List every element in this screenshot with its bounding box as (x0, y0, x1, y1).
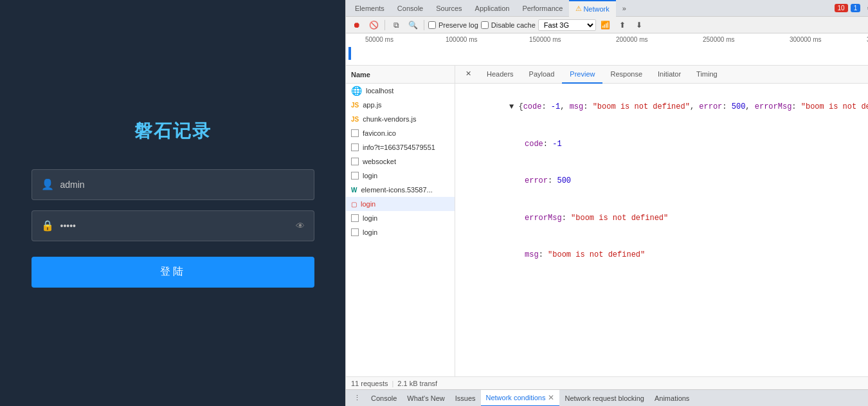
devtools-tab-bar: Elements Console Sources Application Per… (346, 0, 868, 17)
tab-elements[interactable]: Elements (348, 0, 391, 17)
tab-console-bottom[interactable]: Console (366, 390, 402, 407)
marker-200000: 200000 ms (616, 36, 647, 43)
login-title: 磐石记录 (134, 119, 212, 143)
json-line2: code: -1 (463, 126, 868, 163)
login-button[interactable]: 登陆 (32, 257, 314, 288)
filter-button[interactable]: ⧉ (389, 18, 403, 32)
tab-application[interactable]: Application (469, 0, 516, 17)
marker-50000: 50000 ms (365, 36, 393, 43)
tab-sources[interactable]: Sources (429, 0, 468, 17)
tab-preview[interactable]: Preview (562, 66, 602, 84)
woff-icon: W (351, 187, 357, 194)
warning-badge: 1 (851, 4, 861, 12)
json-line5: msg: "boom is not defined" (463, 237, 868, 274)
preview-content: ▼ {code: -1, msg: "boom is not defined",… (455, 84, 868, 376)
tab-issues[interactable]: Issues (450, 390, 481, 407)
preserve-log-checkbox[interactable] (428, 21, 436, 29)
tab-performance[interactable]: Performance (516, 0, 569, 17)
preview-panel: ✕ Headers Payload Preview Response Initi… (455, 66, 868, 376)
transfer-size: 2.1 kB transf (397, 380, 437, 387)
timeline-bar (348, 47, 351, 60)
file-checkbox-icon6 (351, 228, 359, 236)
list-item[interactable]: favicon.ico (346, 126, 455, 140)
tab-more[interactable]: » (616, 0, 633, 17)
file-checkbox-icon3 (351, 158, 359, 165)
password-input[interactable] (60, 221, 289, 231)
list-item[interactable]: JS app.js (346, 98, 455, 112)
tab-payload[interactable]: Payload (521, 66, 563, 84)
clear-button[interactable]: 🚫 (366, 18, 381, 32)
marker-250000: 250000 ms (703, 36, 734, 43)
list-item[interactable]: login (346, 211, 455, 225)
bottom-toolbar: ⋮ Console What's New Issues Network cond… (346, 389, 868, 406)
bt-dots[interactable]: ⋮ (348, 390, 366, 407)
marker-150000: 150000 ms (529, 36, 561, 43)
json-line3: error: 500 (463, 163, 868, 200)
tab-initiator[interactable]: Initiator (650, 66, 689, 84)
user-icon: 👤 (41, 178, 54, 190)
error-file-icon: ▢ (351, 201, 357, 208)
tab-console[interactable]: Console (391, 0, 429, 17)
timeline: 50000 ms 100000 ms 150000 ms 200000 ms 2… (346, 33, 868, 66)
wifi-icon: 📶 (599, 18, 613, 32)
status-bar: 11 requests | 2.1 kB transf (346, 376, 868, 389)
list-item[interactable]: info?t=1663754579551 (346, 140, 455, 154)
network-toolbar: ⏺ 🚫 ⧉ 🔍 Preserve log Disable cache Fast … (346, 17, 868, 33)
file-list-header: Name (346, 66, 455, 84)
record-button[interactable]: ⏺ (350, 18, 364, 32)
settings-icon[interactable]: ⚙ (863, 1, 868, 15)
tab-network-request-blocking[interactable]: Network request blocking (559, 390, 649, 407)
file-checkbox-icon5 (351, 214, 359, 222)
throttle-select[interactable]: Fast 3G Slow 3G No throttling (538, 19, 596, 31)
preview-tab-bar: ✕ Headers Payload Preview Response Initi… (455, 66, 868, 84)
search-button[interactable]: 🔍 (406, 18, 420, 32)
tab-headers[interactable]: Headers (479, 66, 521, 84)
list-item[interactable]: login (346, 225, 455, 239)
json-line1: ▼ {code: -1, msg: "boom is not defined",… (463, 89, 868, 126)
tab-animations[interactable]: Animations (649, 390, 694, 407)
file-checkbox-icon2 (351, 143, 359, 151)
lock-icon: 🔒 (41, 219, 54, 232)
devtools-panel: Elements Console Sources Application Per… (345, 0, 868, 406)
file-checkbox-icon (351, 129, 359, 137)
preserve-log-label[interactable]: Preserve log (428, 21, 478, 29)
list-item[interactable]: login (346, 169, 455, 183)
download-icon[interactable]: ⬇ (632, 18, 646, 32)
devtools-icons: 10 1 ⚙ ⋮ ✕ (835, 1, 868, 15)
tab-network-conditions[interactable]: Network conditions ✕ (481, 390, 560, 407)
json-line4: errorMsg: "boom is not defined" (463, 200, 868, 237)
upload-icon[interactable]: ⬆ (615, 18, 629, 32)
list-item[interactable]: W element-icons.53587... (346, 183, 455, 197)
tab-whats-new[interactable]: What's New (402, 390, 449, 407)
js-icon: JS (351, 102, 359, 109)
toggle-password-icon[interactable]: 👁 (296, 221, 305, 231)
disable-cache-label[interactable]: Disable cache (481, 21, 536, 29)
tab-network[interactable]: ⚠ Network (569, 0, 615, 17)
list-item-selected[interactable]: ▢ login (346, 197, 455, 211)
separator2 (424, 20, 424, 30)
password-field: 🔒 👁 (32, 210, 314, 241)
username-field: 👤 (32, 169, 314, 200)
disable-cache-checkbox[interactable] (481, 21, 489, 29)
tab-network-conditions-close[interactable]: ✕ (548, 393, 554, 402)
warning-icon: ⚠ (575, 5, 582, 13)
username-input[interactable] (60, 180, 305, 190)
list-item[interactable]: 🌐 localhost (346, 84, 455, 98)
main-content: Name 🌐 localhost JS app.js JS chunk-vend… (346, 66, 868, 376)
tab-response[interactable]: Response (602, 66, 650, 84)
tab-timing[interactable]: Timing (689, 66, 725, 84)
list-item[interactable]: JS chunk-vendors.js (346, 112, 455, 126)
marker-100000: 100000 ms (446, 36, 477, 43)
list-item[interactable]: websocket (346, 154, 455, 169)
error-badge: 10 (835, 4, 848, 12)
separator1 (384, 20, 385, 30)
requests-count: 11 requests (351, 380, 388, 387)
globe-icon: 🌐 (351, 86, 362, 96)
tab-close-x[interactable]: ✕ (458, 66, 479, 84)
js-icon2: JS (351, 116, 359, 123)
login-panel: 磐石记录 👤 🔒 👁 登陆 (0, 0, 345, 406)
marker-300000: 300000 ms (790, 36, 821, 43)
file-checkbox-icon4 (351, 172, 359, 180)
file-list: Name 🌐 localhost JS app.js JS chunk-vend… (346, 66, 455, 376)
